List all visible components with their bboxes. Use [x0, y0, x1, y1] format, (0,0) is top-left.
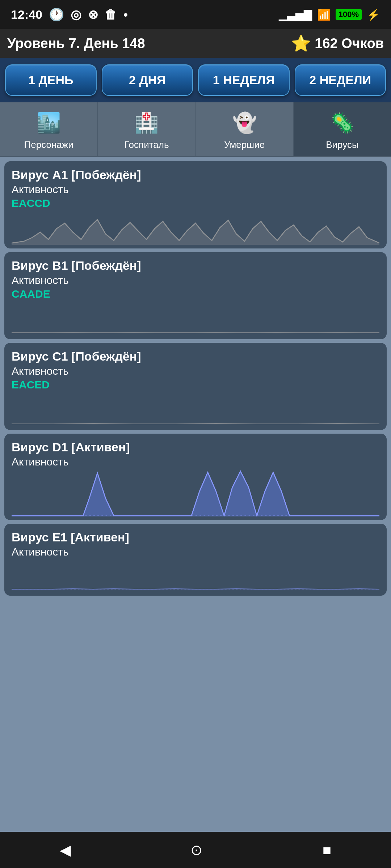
status-left: 12:40 🕐 ◎ ⊗ 🗑 •	[11, 7, 128, 22]
virus-card-d1[interactable]: Вирус D1 [Активен] Активность	[4, 434, 387, 520]
bottom-nav: ◀ ⊙ ■	[0, 832, 391, 868]
virus-c1-activity: Активность	[12, 365, 379, 377]
virus-b1-activity: Активность	[12, 274, 379, 286]
virus-e1-activity: Активность	[12, 546, 379, 558]
btn-2days[interactable]: 2 ДНЯ	[102, 64, 193, 96]
score-area: ⭐ 162 Очков	[291, 34, 384, 53]
signal-icon: ▁▃▅▇	[279, 8, 312, 21]
virus-card-a1[interactable]: Вирус A1 [Побеждён] Активность EACCD	[4, 161, 387, 248]
virus-d1-chart	[12, 469, 379, 516]
virus-a1-chart	[12, 212, 379, 245]
virus-a1-activity: Активность	[12, 183, 379, 196]
time-buttons-container: 1 ДЕНЬ 2 ДНЯ 1 НЕДЕЛЯ 2 НЕДЕЛИ	[0, 58, 391, 102]
virus-c1-name: Вирус C1 [Побеждён]	[12, 349, 379, 363]
alarm-icon: 🕐	[49, 7, 64, 22]
header-info: Уровень 7. День 148 ⭐ 162 Очков	[0, 29, 391, 58]
virus-card-c1[interactable]: Вирус C1 [Побеждён] Активность EACED	[4, 343, 387, 430]
virus-list: Вирус A1 [Побеждён] Активность EACCD Вир…	[0, 157, 391, 600]
virus-card-b1[interactable]: Вирус B1 [Побеждён] Активность CAADE	[4, 252, 387, 339]
characters-icon: 🏙️	[34, 108, 63, 137]
btn-2weeks[interactable]: 2 НЕДЕЛИ	[295, 64, 386, 96]
virus-e1-name: Вирус E1 [Активен]	[12, 530, 379, 544]
virus-d1-name: Вирус D1 [Активен]	[12, 440, 379, 454]
svg-marker-1	[12, 471, 379, 516]
back-button[interactable]: ◀	[45, 838, 85, 862]
status-bar: 12:40 🕐 ◎ ⊗ 🗑 • ▁▃▅▇ 📶 100% ⚡	[0, 0, 391, 29]
wifi-icon: 📶	[317, 8, 331, 21]
virus-c1-code: EACED	[12, 379, 379, 391]
star-icon: ⭐	[291, 34, 311, 53]
virus-card-e1[interactable]: Вирус E1 [Активен] Активность	[4, 524, 387, 596]
virus-a1-name: Вирус A1 [Побеждён]	[12, 168, 379, 182]
btn-1week[interactable]: 1 НЕДЕЛЯ	[198, 64, 290, 96]
battery-indicator: 100%	[336, 9, 362, 20]
time-display: 12:40	[11, 8, 42, 22]
circle-icon: ◎	[71, 7, 81, 22]
recents-button[interactable]: ■	[308, 838, 346, 862]
tab-characters[interactable]: 🏙️ Персонажи	[0, 102, 98, 156]
virus-b1-chart	[12, 303, 379, 336]
status-right: ▁▃▅▇ 📶 100% ⚡	[279, 8, 380, 21]
at-icon: ⊗	[88, 7, 98, 22]
level-day-text: Уровень 7. День 148	[7, 36, 145, 51]
dot-icon: •	[123, 8, 128, 22]
virus-d1-activity: Активность	[12, 456, 379, 468]
tab-viruses[interactable]: 🦠 Вирусы	[294, 102, 391, 156]
virus-a1-code: EACCD	[12, 197, 379, 209]
virus-b1-code: CAADE	[12, 288, 379, 300]
hospital-label: Госпиталь	[124, 139, 169, 150]
charging-icon: ⚡	[367, 8, 380, 21]
score-value: 162 Очков	[315, 36, 384, 51]
trash-icon: 🗑	[105, 8, 117, 22]
dead-icon: 👻	[230, 108, 259, 137]
btn-1day[interactable]: 1 ДЕНЬ	[5, 64, 97, 96]
home-button[interactable]: ⊙	[176, 838, 217, 862]
dead-label: Умершие	[224, 139, 265, 150]
characters-label: Персонажи	[24, 139, 73, 150]
virus-e1-chart	[12, 559, 379, 592]
svg-marker-0	[12, 220, 379, 245]
virus-c1-chart	[12, 394, 379, 426]
tab-dead[interactable]: 👻 Умершие	[196, 102, 294, 156]
virus-b1-name: Вирус B1 [Побеждён]	[12, 259, 379, 273]
tab-hospital[interactable]: 🏥 Госпиталь	[98, 102, 196, 156]
viruses-label: Вирусы	[326, 139, 358, 150]
category-tabs: 🏙️ Персонажи 🏥 Госпиталь 👻 Умершие 🦠 Вир…	[0, 102, 391, 157]
hospital-icon: 🏥	[132, 108, 161, 137]
viruses-icon: 🦠	[328, 108, 357, 137]
